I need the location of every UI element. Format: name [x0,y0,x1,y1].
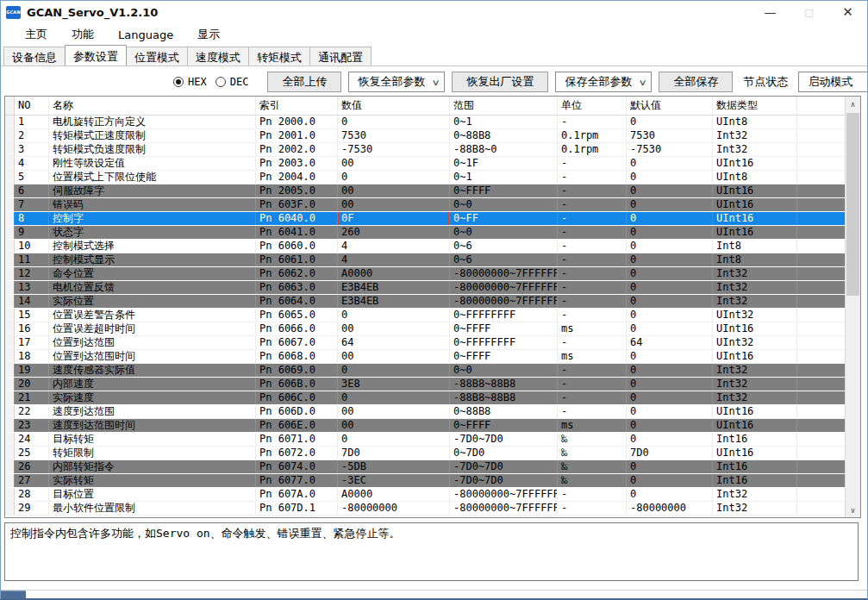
row-selector-cell[interactable] [5,309,15,322]
table-row[interactable]: 22 速度到达范围 Pn 606D.0 00 0~88B8 - 0 UInt16 [5,405,845,419]
table-row[interactable]: 23 速度到达范围时间 Pn 606E.0 00 0~FFFF ms 0 UIn… [5,419,845,433]
cell-value[interactable]: 0 [338,309,450,322]
cell-value[interactable]: 00 [338,184,450,197]
table-row[interactable]: 18 位置到达范围时间 Pn 6068.0 00 0~FFFF ms 0 UIn… [5,350,845,364]
table-row[interactable]: 3 转矩模式负速度限制 Pn 2002.0 -7530 -88B8~0 0.1r… [5,143,845,157]
column-header-range[interactable]: 范围 [450,97,558,115]
column-header-value[interactable]: 数值 [338,97,450,115]
column-header-name[interactable]: 名称 [49,97,256,115]
row-selector-cell[interactable] [5,350,15,363]
save-all-button[interactable]: 全部保存 [659,72,733,92]
table-row[interactable]: 14 实际位置 Pn 6064.0 E3B4EB -80000000~7FFFF… [5,295,845,309]
cell-value[interactable]: 00 [338,198,450,211]
row-selector-cell[interactable] [5,391,15,404]
table-row[interactable]: 13 电机位置反馈 Pn 6063.0 E3B4EB -80000000~7FF… [5,281,845,295]
cell-value[interactable]: 00 [338,419,450,432]
row-selector-cell[interactable] [5,281,15,294]
row-selector-cell[interactable] [5,474,15,487]
scroll-down-icon[interactable]: ∨ [846,503,860,517]
row-selector-cell[interactable] [5,447,15,459]
table-row[interactable]: 10 控制模式选择 Pn 6060.0 4 0~6 - 0 Int8 [5,240,845,253]
table-row[interactable]: 20 内部速度 Pn 606B.0 3E8 -88B8~88B8 - 0 Int… [5,378,845,391]
column-header-unit[interactable]: 单位 [558,97,627,115]
row-selector-cell[interactable] [5,267,15,280]
row-selector-cell[interactable] [5,226,15,239]
row-selector-cell[interactable] [5,129,15,142]
cell-value[interactable]: 7530 [338,129,450,142]
cell-value[interactable]: E3B4EB [338,281,450,294]
table-row[interactable]: 8 控制字 Pn 6040.0 0F 0~FF - 0 UInt16 [5,212,845,226]
maximize-button[interactable]: □ [790,1,828,23]
cell-value[interactable]: -3EC [338,474,450,487]
close-button[interactable]: ✕ [828,1,867,23]
cell-value[interactable]: 4 [338,253,450,266]
table-row[interactable]: 4 刚性等级设定值 Pn 2003.0 00 0~1F - 0 UInt16 [5,157,845,171]
row-selector-cell[interactable] [5,364,15,377]
cell-value[interactable]: 0 [338,433,450,446]
row-selector-cell[interactable] [5,198,15,211]
table-row[interactable]: 5 位置模式上下限位使能 Pn 2004.0 0 0~1 - 0 UInt8 [5,171,845,184]
tab-position-mode[interactable]: 位置模式 [126,47,188,66]
scrollbar-track[interactable] [846,111,860,503]
table-row[interactable]: 1 电机旋转正方向定义 Pn 2000.0 0 0~1 - 0 UInt8 [5,116,845,129]
upload-all-button[interactable]: 全部上传 [267,72,341,92]
save-all-params-dropdown[interactable]: 保存全部参数 ∨ [555,72,652,92]
row-selector-cell[interactable] [5,502,15,515]
cell-value[interactable]: -5DB [338,460,450,473]
row-selector-cell[interactable] [5,433,15,446]
factory-reset-button[interactable]: 恢复出厂设置 [452,72,548,92]
cell-value[interactable]: 260 [338,226,450,239]
row-selector-cell[interactable] [5,488,15,501]
menu-item-language[interactable]: Language [106,26,185,44]
cell-value[interactable]: 00 [338,157,450,170]
radio-hex[interactable]: HEX [173,76,207,88]
table-row[interactable]: 29 最小软件位置限制 Pn 607D.1 -80000000 -8000000… [5,502,845,516]
cell-value[interactable]: 0 [338,171,450,184]
cell-value[interactable]: 00 [338,350,450,363]
cell-value[interactable]: 3E8 [338,378,450,391]
cell-value[interactable]: 4 [338,240,450,253]
cell-value[interactable]: 64 [338,336,450,349]
row-selector-cell[interactable] [5,253,15,266]
cell-value[interactable]: A0000 [338,267,450,280]
table-row[interactable]: 19 速度传感器实际值 Pn 6069.0 0 0~0 - 0 Int32 [5,364,845,378]
table-row[interactable]: 6 伺服故障字 Pn 2005.0 00 0~FFFF - 0 UInt16 [5,184,845,198]
tab-parameter-settings[interactable]: 参数设置 [65,45,127,66]
column-header-index[interactable]: 索引 [256,97,338,115]
horizontal-scrollbar[interactable] [1,590,867,598]
cell-value[interactable]: 0 [338,116,450,128]
row-selector-cell[interactable] [5,322,15,335]
row-selector-cell[interactable] [5,295,15,308]
row-selector-cell[interactable] [5,184,15,197]
row-selector-cell[interactable] [5,378,15,391]
row-selector-cell[interactable] [5,116,15,128]
radio-dec[interactable]: DEC [215,76,249,88]
tab-communication-config[interactable]: 通讯配置 [309,47,372,66]
table-row[interactable]: 11 控制模式显示 Pn 6061.0 4 0~6 - 0 Int8 [5,253,845,267]
column-header-type[interactable]: 数据类型 [713,97,797,115]
menu-item-function[interactable]: 功能 [59,24,106,45]
table-row[interactable]: 28 目标位置 Pn 607A.0 A0000 -80000000~7FFFFF… [5,488,845,502]
cell-value[interactable]: 0F [338,212,450,225]
row-selector-cell[interactable] [5,212,15,225]
scrollbar-thumb[interactable] [846,113,859,296]
horizontal-scrollbar-thumb[interactable] [1,591,26,598]
row-selector-cell[interactable] [5,240,15,253]
vertical-scrollbar[interactable]: ∧ ∨ [845,97,860,517]
tab-torque-mode[interactable]: 转矩模式 [248,47,310,66]
row-selector-cell[interactable] [5,419,15,432]
row-selector-cell[interactable] [5,405,15,418]
cell-value[interactable]: -80000000 [338,502,450,515]
table-row[interactable]: 2 转矩模式正速度限制 Pn 2001.0 7530 0~88B8 0.1rpm… [5,129,845,143]
table-row[interactable]: 7 错误码 Pn 603F.0 00 0~0 - 0 UInt16 [5,198,845,212]
row-selector-cell[interactable] [5,157,15,170]
table-row[interactable]: 26 内部转矩指令 Pn 6074.0 -5DB -7D0~7D0 ‰ 0 In… [5,460,845,474]
column-header-no[interactable]: NO [15,97,49,115]
table-row[interactable]: 16 位置误差超时时间 Pn 6066.0 00 0~FFFF ms 0 UIn… [5,322,845,336]
table-row[interactable]: 27 实际转矩 Pn 6077.0 -3EC -7D0~7D0 ‰ 0 Int1… [5,474,845,488]
minimize-button[interactable]: — [751,1,790,23]
column-header-default[interactable]: 默认值 [627,97,713,115]
row-selector-cell[interactable] [5,336,15,349]
table-row[interactable]: 17 位置到达范围 Pn 6067.0 64 0~FFFFFFFF - 64 U… [5,336,845,350]
tab-device-info[interactable]: 设备信息 [3,47,66,66]
